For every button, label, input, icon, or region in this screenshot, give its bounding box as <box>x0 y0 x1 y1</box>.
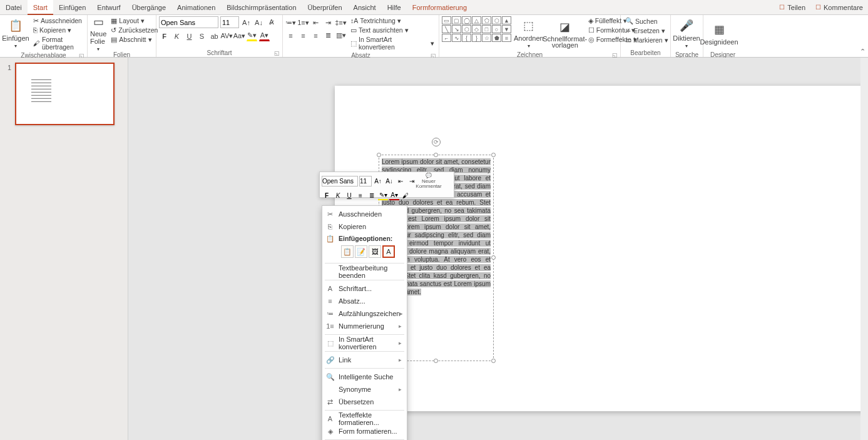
spacing-button[interactable]: AV▾ <box>222 31 232 41</box>
quick-styles-button[interactable]: ◪Schnellformat- vorlagen <box>546 16 584 51</box>
slide-canvas[interactable]: ⟳ Lorem ipsum dolor sit amet, consetetur… <box>128 58 868 440</box>
resize-handle[interactable] <box>491 359 496 363</box>
ctx-translate[interactable]: ⇄Übersetzen <box>322 396 407 408</box>
mini-highlight[interactable]: ✎▾ <box>378 190 388 200</box>
rotate-handle[interactable]: ⟳ <box>432 138 441 146</box>
justify-button[interactable]: ≣ <box>323 30 334 41</box>
font-name-select[interactable] <box>159 16 218 28</box>
grow-font-button[interactable]: A↑ <box>241 17 252 28</box>
section-button[interactable]: ▤ Abschnitt ▾ <box>109 35 160 44</box>
new-slide-button[interactable]: ▭Neue Folie▾ <box>90 16 106 51</box>
paste-option-text-only[interactable]: A <box>382 245 395 258</box>
tab-ueberpruefen[interactable]: Überprüfen <box>302 0 348 15</box>
ctx-text-effects[interactable]: ATexteffekte formatieren... <box>322 412 407 425</box>
layout-button[interactable]: ▦ Layout ▾ <box>109 16 160 25</box>
replace-button[interactable]: ↔ Ersetzen ▾ <box>623 26 670 35</box>
indent-inc-button[interactable]: ⇥ <box>323 18 334 28</box>
tab-entwurf[interactable]: Entwurf <box>91 0 126 15</box>
tab-animationen[interactable]: Animationen <box>171 0 221 15</box>
linespacing-button[interactable]: ‡≡▾ <box>335 18 346 28</box>
ctx-cut[interactable]: ✂Ausschneiden <box>322 208 407 220</box>
ctx-paragraph[interactable]: ≡Absatz... <box>322 295 407 307</box>
design-ideas-button[interactable]: ▦Designideen <box>706 16 732 51</box>
slide-thumbnail-1[interactable]: 1 ▬▬▬▬▬▬▬▬▬▬▬▬▬▬▬▬▬▬▬▬▬▬▬▬▬▬▬▬▬▬▬▬▬▬▬▬▬▬… <box>15 63 115 125</box>
resize-handle[interactable] <box>377 153 381 157</box>
resize-handle[interactable] <box>491 153 496 157</box>
align-right-button[interactable]: ≡ <box>310 30 321 41</box>
paste-option-keep-source[interactable]: 📋 <box>341 245 354 258</box>
tab-start[interactable]: Start <box>28 0 53 15</box>
align-left-button[interactable]: ≡ <box>285 30 296 41</box>
ctx-numbering[interactable]: 1≡Nummerierung▸ <box>322 320 407 332</box>
mini-new-comment[interactable]: 💬Neuer Kommentar <box>418 173 439 189</box>
tab-ansicht[interactable]: Ansicht <box>348 0 382 15</box>
mini-format-painter[interactable]: 🖌 <box>401 190 411 200</box>
mini-font-size[interactable] <box>359 176 372 187</box>
convert-smartart-button[interactable]: ⬚ In SmartArt konvertieren ▾ <box>349 35 436 51</box>
shadow-button[interactable]: ab <box>209 31 220 41</box>
tab-formformatierung[interactable]: Formformatierung <box>407 0 472 15</box>
collapse-ribbon-button[interactable]: ⌃ <box>860 48 865 56</box>
text-direction-button[interactable]: ↕A Textrichtung ▾ <box>349 16 436 25</box>
paste-option-merge[interactable]: 📝 <box>355 245 367 258</box>
resize-handle[interactable] <box>434 359 438 363</box>
ctx-exit-text-edit[interactable]: Textbearbeitung beenden <box>322 265 407 278</box>
mini-align[interactable]: ≡ <box>355 190 365 200</box>
slides-panel[interactable]: 1 ▬▬▬▬▬▬▬▬▬▬▬▬▬▬▬▬▬▬▬▬▬▬▬▬▬▬▬▬▬▬▬▬▬▬▬▬▬▬… <box>0 58 128 440</box>
font-color-button[interactable]: A▾ <box>259 31 270 41</box>
font-size-select[interactable] <box>220 16 239 28</box>
tab-bildschirmpraesentation[interactable]: Bildschirmpräsentation <box>221 0 302 15</box>
clear-format-button[interactable]: A̷ <box>266 17 277 28</box>
mini-bold[interactable]: F <box>322 190 332 200</box>
paste-option-picture[interactable]: 🖼 <box>369 245 381 258</box>
italic-button[interactable]: K <box>171 31 182 41</box>
dictate-button[interactable]: 🎤Diktieren▾ <box>673 16 700 51</box>
shapes-gallery[interactable]: ▭▢◯△⬠⬡▲ ╲↘⬡◇□○▼ ⌐∿{}☆⬟≡ <box>442 16 511 42</box>
paste-button[interactable]: 📋Einfügen▾ <box>3 16 29 51</box>
strike-button[interactable]: S <box>197 31 207 41</box>
numbering-button[interactable]: 1≡▾ <box>298 18 309 28</box>
bold-button[interactable]: F <box>159 31 170 41</box>
tab-datei[interactable]: Datei <box>0 0 28 15</box>
find-button[interactable]: 🔍 Suchen <box>623 16 670 26</box>
vertical-scrollbar[interactable] <box>860 58 868 440</box>
mini-indent-dec[interactable]: ⇤ <box>396 176 406 186</box>
shrink-font-button[interactable]: A↓ <box>253 17 264 28</box>
tab-einfuegen[interactable]: Einfügen <box>53 0 91 15</box>
mini-font-name[interactable] <box>322 176 358 187</box>
mini-font-color[interactable]: A▾ <box>389 190 399 200</box>
reset-button[interactable]: ↺ Zurücksetzen <box>109 26 160 34</box>
arrange-button[interactable]: ⬚Anordnen▾ <box>514 16 544 51</box>
ctx-format-shape[interactable]: ◈Form formatieren... <box>322 425 407 437</box>
align-text-button[interactable]: ▭ Text ausrichten ▾ <box>349 26 436 34</box>
ctx-convert-smartart[interactable]: ⬚In SmartArt konvertieren▸ <box>322 337 407 349</box>
tab-uebergaenge[interactable]: Übergänge <box>126 0 171 15</box>
underline-button[interactable]: U <box>184 31 195 41</box>
comments-button[interactable]: Kommentare <box>810 4 868 11</box>
indent-dec-button[interactable]: ⇤ <box>310 18 321 28</box>
change-case-button[interactable]: Aa▾ <box>234 31 245 41</box>
mini-grow-font[interactable]: A↑ <box>373 176 383 186</box>
ctx-bullets[interactable]: ≔Aufzählungszeichen▸ <box>322 307 407 320</box>
mini-italic[interactable]: K <box>333 190 343 200</box>
mini-align2[interactable]: ≣ <box>367 190 377 200</box>
bullets-button[interactable]: ≔▾ <box>285 18 296 28</box>
resize-handle[interactable] <box>434 153 438 157</box>
ctx-link[interactable]: 🔗Link▸ <box>322 354 407 366</box>
tab-hilfe[interactable]: Hilfe <box>382 0 407 15</box>
resize-handle[interactable] <box>491 255 496 260</box>
ctx-font[interactable]: ASchriftart... <box>322 282 407 295</box>
cut-button[interactable]: ✂ Ausschneiden <box>31 16 84 25</box>
columns-button[interactable]: ▥▾ <box>335 30 346 41</box>
align-center-button[interactable]: ≡ <box>298 30 309 41</box>
ctx-smart-lookup[interactable]: 🔍Intelligente Suche <box>322 371 407 383</box>
mini-underline[interactable]: U <box>344 190 354 200</box>
format-painter-button[interactable]: 🖌 Format übertragen <box>31 35 84 51</box>
select-button[interactable]: ▭ Markieren ▾ <box>623 36 670 44</box>
share-button[interactable]: Teilen <box>774 4 810 11</box>
ctx-synonyms[interactable]: Synonyme▸ <box>322 383 407 396</box>
ctx-copy[interactable]: ⎘Kopieren <box>322 220 407 233</box>
mini-shrink-font[interactable]: A↓ <box>384 176 394 186</box>
copy-button[interactable]: ⎘ Kopieren ▾ <box>31 26 84 34</box>
highlight-button[interactable]: ✎▾ <box>247 31 257 41</box>
